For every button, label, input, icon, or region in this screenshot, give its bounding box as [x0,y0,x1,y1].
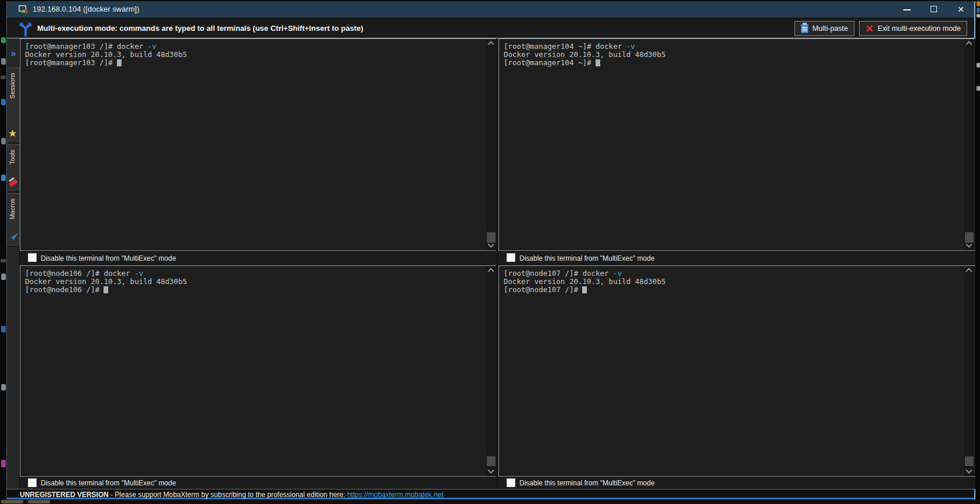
terminal-manager104[interactable]: [root@manager104 ~]# docker -vDocker ver… [498,38,975,250]
chevron-up-icon [487,268,494,274]
terminal-output: [root@manager104 ~]# docker -vDocker ver… [504,42,665,67]
scroll-down-button[interactable] [964,468,974,476]
terminal-manager103[interactable]: [root@manager103 /]# docker -vDocker ver… [20,38,496,250]
chevron-up-icon [965,41,972,47]
terminal-cursor [596,59,600,66]
tools-tab-label: Tools [9,150,18,165]
scrollbar[interactable] [964,267,974,476]
multiexec-disable-row: Disable this terminal from "MultiExec" m… [20,250,496,265]
disable-terminal-checkbox[interactable] [28,478,37,487]
sidebar-tab-sessions[interactable]: Sessions ★ [7,68,20,143]
paper-plane-icon [8,233,19,243]
scroll-up-button[interactable] [964,40,974,48]
scrollbar-thumb[interactable] [487,456,496,466]
chevron-down-icon [965,241,972,247]
terminal-output: [root@node107 /]# docker -vDocker versio… [504,269,665,294]
desktop-bottom-strip [0,499,980,504]
unregistered-version-label: UNREGISTERED VERSION [20,491,109,499]
scroll-up-button[interactable] [486,40,496,48]
terminal-output: [root@node106 /]# docker -vDocker versio… [25,269,187,294]
chevron-down-icon [487,467,494,473]
terminal-cursor [104,286,108,293]
mobaxterm-app-icon [19,5,28,14]
disable-terminal-checkbox[interactable] [507,478,515,487]
window-title: 192.168.0.104 ([docker swarm]) [33,5,140,13]
terminal-node107[interactable]: [root@node107 /]# docker -vDocker versio… [498,265,975,476]
desktop-right-strip [977,0,980,504]
macros-tab-label: Macros [9,198,18,219]
terminal-node106[interactable]: [root@node106 /]# docker -vDocker versio… [20,265,496,476]
red-x-icon: ✕ [865,24,874,34]
multi-paste-button[interactable]: Multi-paste [794,21,854,36]
scroll-down-button[interactable] [964,242,974,250]
scroll-down-button[interactable] [486,242,496,250]
scroll-up-button[interactable] [964,267,974,275]
fork-icon [17,20,34,37]
mobatek-link[interactable]: https://mobaxterm.mobatek.net [347,491,443,499]
chevron-up-icon [965,268,972,274]
scroll-up-button[interactable] [486,267,496,275]
disable-terminal-checkbox[interactable] [28,253,37,262]
disable-terminal-label: Disable this terminal from "MultiExec" m… [41,479,176,487]
sessions-tab-label: Sessions [9,73,18,99]
sidebar-tab-macros[interactable]: Macros [7,193,20,247]
mobaxterm-window: 192.168.0.104 ([docker swarm]) ✕ Multi-e… [6,1,975,499]
scrollbar[interactable] [964,40,974,250]
desktop-background: 192.168.0.104 ([docker swarm]) ✕ Multi-e… [0,0,980,504]
disable-terminal-label: Disable this terminal from "MultiExec" m… [519,479,655,487]
sidebar: » Sessions ★ Tools Macros [7,38,20,489]
status-bar: UNREGISTERED VERSION - Please support Mo… [7,489,974,499]
chevron-up-icon [487,41,494,47]
clipboard-icon [801,24,808,33]
disable-terminal-label: Disable this terminal from "MultiExec" m… [41,254,176,262]
sidebar-tab-tools[interactable]: Tools [7,144,20,192]
multi-paste-label: Multi-paste [812,24,848,33]
scrollbar[interactable] [486,40,496,250]
multiexec-message: Multi-execution mode: commands are typed… [37,24,364,33]
scroll-down-button[interactable] [486,468,496,476]
scrollbar-thumb[interactable] [965,456,974,466]
chevron-down-icon [965,467,972,473]
support-text: - Please support MobaXterm by subscribin… [109,491,347,499]
multiexec-disable-row: Disable this terminal from "MultiExec" m… [498,476,975,489]
maximize-icon [931,6,937,12]
disable-terminal-label: Disable this terminal from "MultiExec" m… [519,254,655,262]
exit-multiexec-button[interactable]: ✕ Exit multi-execution mode [859,21,967,36]
maximize-button[interactable] [921,1,947,17]
minimize-button[interactable] [894,1,921,17]
terminal-cursor [582,286,587,293]
multiexec-banner: Multi-execution mode: commands are typed… [7,19,974,38]
multiexec-disable-row: Disable this terminal from "MultiExec" m… [20,476,496,489]
terminal-cursor [117,59,122,66]
minimize-icon [903,9,911,10]
expand-sidebar-icon[interactable]: » [8,48,19,59]
star-icon: ★ [8,129,19,139]
desktop-left-strip [0,0,6,504]
disable-terminal-checkbox[interactable] [507,253,515,262]
exit-multiexec-label: Exit multi-execution mode [878,24,961,33]
terminal-output: [root@manager103 /]# docker -vDocker ver… [25,42,187,67]
title-bar[interactable]: 192.168.0.104 ([docker swarm]) ✕ [7,1,974,17]
close-icon: ✕ [947,1,974,17]
scrollbar[interactable] [486,267,496,476]
multiexec-disable-row: Disable this terminal from "MultiExec" m… [498,250,975,265]
chevron-down-icon [487,241,494,247]
close-button[interactable]: ✕ [947,1,974,17]
